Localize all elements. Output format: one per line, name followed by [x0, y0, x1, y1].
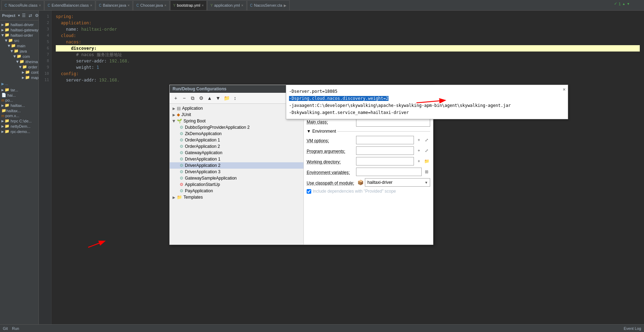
- project-dropdown-icon[interactable]: ▼: [17, 14, 20, 17]
- env-expand-icon[interactable]: ⊞: [423, 168, 430, 175]
- move-down-button[interactable]: ▼: [214, 94, 222, 102]
- file-icon-hai: 📄: [1, 93, 6, 97]
- status-tab-event-log[interactable]: Event Log: [624, 326, 641, 331]
- remove-config-button[interactable]: −: [180, 94, 188, 102]
- tab-close-application-yml[interactable]: ×: [241, 4, 243, 7]
- settings-icon[interactable]: ⚙: [35, 13, 39, 18]
- tab-nacos-rule[interactable]: C NacosRule.class ×: [1, 0, 44, 10]
- tree-item-netty[interactable]: ▶ 📁 nettyDem...: [0, 123, 38, 129]
- copy-config-button[interactable]: ⧉: [189, 94, 197, 102]
- check-down[interactable]: ▼: [627, 2, 630, 6]
- tab-close-bootstrap[interactable]: ×: [201, 4, 204, 7]
- environment-section-row: ▼ Environment: [307, 129, 430, 134]
- sort-config-button[interactable]: ↕: [231, 94, 239, 102]
- code-line-6: discovery:: [56, 45, 640, 52]
- config-item-zk[interactable]: ⚙ ZkDemoApplication: [170, 131, 303, 137]
- tree-item-hailtax3[interactable]: 📁 hailtax...: [0, 108, 38, 113]
- tree-expand-icon[interactable]: ▶ ...: [1, 82, 8, 86]
- tree-item-java[interactable]: ▶ 📁 java: [0, 48, 38, 54]
- status-tab-run[interactable]: Run: [12, 326, 19, 331]
- config-item-pay-app[interactable]: ⚙ PayApplication: [170, 188, 303, 194]
- environment-section[interactable]: ▼ Environment: [307, 129, 336, 134]
- dir-folder-icon[interactable]: 📁: [423, 158, 430, 165]
- check-up[interactable]: ▲: [622, 2, 625, 6]
- tree-label-java: java: [20, 49, 27, 53]
- tree-label-itheima: itheima: [25, 60, 38, 64]
- vm-options-input[interactable]: [356, 136, 414, 144]
- vm-fullscreen-icon[interactable]: ⤢: [423, 137, 430, 144]
- config-section-junit[interactable]: ▶ ◆ JUnit: [170, 111, 303, 118]
- layout-icon[interactable]: ☰: [22, 13, 26, 18]
- vm-close-button[interactable]: ×: [563, 86, 566, 92]
- config-item-driver1[interactable]: ⚙ DriverApplication 1: [170, 156, 303, 162]
- tab-chooser[interactable]: C Chooser.java ×: [133, 0, 169, 10]
- config-section-spring-boot[interactable]: ▶ 🌱 Spring Boot: [170, 118, 303, 124]
- config-item-driver2[interactable]: ⚙ DriverApplication 2: [170, 162, 303, 169]
- tree-label-rpc: rpc-demo...: [11, 129, 30, 134]
- module-select[interactable]: hailtaxi-driver: [365, 178, 430, 187]
- working-dir-input[interactable]: [356, 157, 414, 165]
- tree-item-hailtaxi-gateway[interactable]: ▶ 📁 hailtaxi-gateway: [0, 27, 38, 32]
- config-item-order1[interactable]: ⚙ OrderApplication 1: [170, 137, 303, 143]
- tree-arrow-hrpc: ▶: [1, 119, 4, 123]
- tree-item-hrpc[interactable]: ▶ 📁 hrpc C:\de...: [0, 118, 38, 123]
- tab-close-nacos-rule[interactable]: ×: [39, 4, 41, 7]
- tree-item-mapper[interactable]: ▶ 📁 mapper: [0, 75, 38, 80]
- tree-label-netty: nettyDem...: [11, 124, 30, 128]
- add-config-button[interactable]: +: [172, 94, 180, 102]
- status-tab-git[interactable]: Git: [3, 326, 8, 331]
- tree-item-order[interactable]: ▶ 📁 order: [0, 64, 38, 70]
- tree-item-pom2[interactable]: m pom.x...: [0, 113, 38, 118]
- config-section-templates[interactable]: ▶ 📁 Templates: [170, 194, 303, 200]
- tree-item-pom[interactable]: m po...: [0, 98, 38, 103]
- tree-item-hailtaxi-order[interactable]: ▶ 📁 hailtaxi-order: [0, 32, 38, 38]
- args-fullscreen-icon[interactable]: ⤢: [423, 147, 430, 154]
- tree-item-target[interactable]: ▶ 📁 tar...: [0, 87, 38, 92]
- include-deps-checkbox[interactable]: [307, 189, 311, 194]
- sync-icon[interactable]: ⇄: [29, 13, 32, 18]
- tree-item-hailtax2[interactable]: ▶ 📁 hailtax...: [0, 103, 38, 108]
- tab-scroll-right[interactable]: ▶: [284, 4, 287, 7]
- tree-item-rpc[interactable]: ▶ 📁 rpc-demo...: [0, 129, 38, 134]
- config-item-app-startup[interactable]: ⚙ ApplicationStartUp: [170, 181, 303, 188]
- tab-extend-balancer[interactable]: C ExtendBalancer.class ×: [44, 0, 95, 10]
- edit-config-button[interactable]: ⚙: [197, 94, 205, 102]
- args-expand-icon[interactable]: +: [415, 147, 422, 154]
- tree-item-controller[interactable]: ▶ 📁 controller: [0, 70, 38, 75]
- section-arrow-junit[interactable]: ▶: [173, 113, 175, 117]
- vm-expand-icon[interactable]: +: [415, 137, 422, 144]
- config-item-gateway-sample[interactable]: ⚙ GatewaySampleApplication: [170, 175, 303, 181]
- tree-item-itheima[interactable]: ▶ 📁 itheima: [0, 59, 38, 64]
- tab-application-yml[interactable]: Y application.yml ×: [207, 0, 246, 10]
- tree-item-main[interactable]: ▶ 📁 main: [0, 43, 38, 48]
- section-arrow-templates[interactable]: ▶: [173, 195, 175, 199]
- section-arrow-spring-boot[interactable]: ▶: [172, 120, 176, 122]
- tab-close-extend-balancer[interactable]: ×: [90, 4, 92, 7]
- dialog-config-tree: ▶ ▤ Application ▶ ◆ JUnit: [170, 104, 303, 245]
- tree-item-src[interactable]: ▶ 📁 src: [0, 38, 38, 43]
- config-item-driver3[interactable]: ⚙ DriverApplication 3: [170, 169, 303, 175]
- config-item-gateway[interactable]: ⚙ GatewayApplication: [170, 150, 303, 156]
- section-arrow-application[interactable]: ▶: [173, 107, 175, 110]
- folder-config-button[interactable]: 📁: [223, 94, 230, 102]
- project-panel: Project ▼ ☰ ⇄ ⚙ — ▶ 📁 hailtaxi-driver ▶ …: [0, 11, 39, 324]
- dir-expand-icon[interactable]: +: [415, 158, 422, 165]
- tree-item-com[interactable]: ▶ 📁 com: [0, 54, 38, 59]
- program-args-input[interactable]: [356, 146, 414, 155]
- env-vars-input[interactable]: [356, 168, 422, 176]
- project-tree: ▶ 📁 hailtaxi-driver ▶ 📁 hailtaxi-gateway…: [0, 20, 38, 324]
- tab-nacos-server[interactable]: C NacosServer.cla ▶: [247, 0, 290, 10]
- move-up-button[interactable]: ▲: [206, 94, 213, 102]
- tree-label-controller: controller: [31, 70, 38, 74]
- config-item-dubbo[interactable]: ⚙ DubboSpringProviderApplication 2: [170, 124, 303, 131]
- tree-item-hailtaxi-driver[interactable]: ▶ 📁 hailtaxi-driver: [0, 22, 38, 27]
- config-item-order2[interactable]: ⚙ OrderApplication 2: [170, 143, 303, 150]
- main-class-input[interactable]: [356, 118, 430, 127]
- tab-balancer[interactable]: C Balancer.java ×: [96, 0, 133, 10]
- tab-bootstrap[interactable]: Y bootstrap.yml ×: [170, 0, 207, 10]
- tab-close-chooser[interactable]: ×: [164, 4, 167, 7]
- file-icon-pom: m: [1, 98, 4, 102]
- config-section-application[interactable]: ▶ ▤ Application: [170, 105, 303, 111]
- tree-item-hai-file[interactable]: 📄 hai...: [0, 92, 38, 98]
- tab-close-balancer[interactable]: ×: [128, 4, 130, 7]
